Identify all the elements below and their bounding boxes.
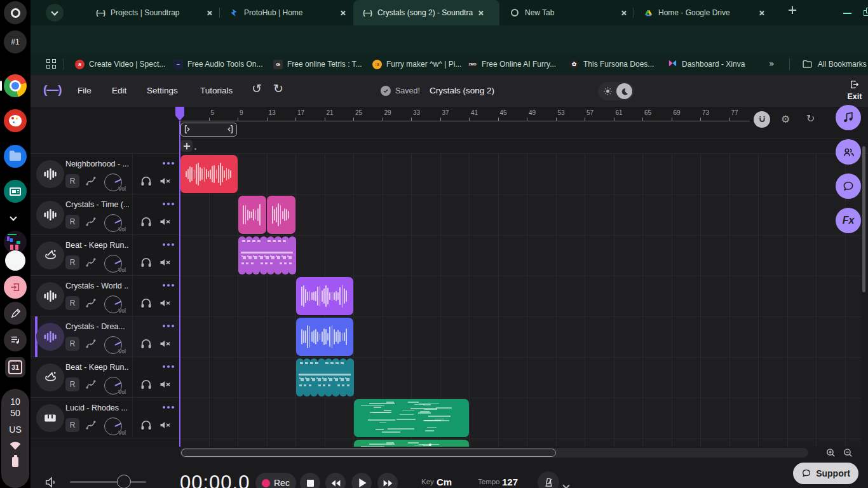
bookmark-item-4[interactable]: ZMO Free Online AI Furry... xyxy=(468,57,556,71)
clip-piano-track6[interactable] xyxy=(354,399,469,437)
solo-headphones-button[interactable] xyxy=(140,297,153,312)
record-arm-button[interactable]: R xyxy=(65,255,79,269)
automation-icon[interactable] xyxy=(85,419,97,434)
track-row-0[interactable]: Neighborhood - ... R Vol xyxy=(31,154,180,194)
track-type-drums-icon[interactable] xyxy=(36,241,64,269)
status-tray[interactable]: 10 50 US xyxy=(1,389,29,488)
calendar-app-icon[interactable]: 31 xyxy=(5,357,25,377)
record-arm-button[interactable]: R xyxy=(65,337,79,351)
track-type-drums-icon[interactable] xyxy=(36,363,64,391)
track-name[interactable]: Lucid - Rhodes ... xyxy=(65,403,129,412)
browser-tab-1[interactable]: ProtoHub | Home xyxy=(220,0,352,25)
mute-button[interactable] xyxy=(159,337,172,353)
automation-icon[interactable] xyxy=(85,378,97,393)
theme-toggle[interactable] xyxy=(598,82,634,100)
key-value[interactable]: Cm xyxy=(437,477,452,487)
horizontal-scrollbar-thumb[interactable] xyxy=(181,449,556,457)
tab-close-icon[interactable] xyxy=(340,10,346,16)
clip-drum-track2[interactable] xyxy=(238,236,295,274)
track-row-5[interactable]: Beat - Keep Run... R Vol xyxy=(31,357,180,398)
track-type-audio-icon[interactable] xyxy=(36,323,64,351)
track-name[interactable]: Beat - Keep Run... xyxy=(65,363,129,372)
track-name[interactable]: Crystals - Time (... xyxy=(65,200,129,209)
news-card-app-icon[interactable] xyxy=(4,180,27,203)
clip-drum-track5[interactable] xyxy=(296,358,353,396)
automation-icon[interactable] xyxy=(85,256,97,271)
effects-panel-button[interactable]: Fx xyxy=(836,208,861,233)
restore-button[interactable] xyxy=(863,8,868,18)
volume-slider-thumb[interactable] xyxy=(117,475,131,488)
clip-piano-track7[interactable] xyxy=(354,440,469,447)
record-button[interactable]: Rec xyxy=(255,473,296,488)
clip-wave-track1[interactable] xyxy=(267,196,295,234)
playhead-marker[interactable] xyxy=(175,107,184,121)
bookmark-item-6[interactable]: Dashboard - Xinva xyxy=(668,57,745,71)
login-app-icon[interactable] xyxy=(4,276,27,299)
tab-close-icon[interactable] xyxy=(207,10,212,16)
snap-magnet-button[interactable] xyxy=(754,111,770,128)
automation-icon[interactable] xyxy=(85,297,97,312)
minimize-button[interactable] xyxy=(843,8,853,18)
rewind-button[interactable] xyxy=(325,473,346,488)
instruments-panel-button[interactable] xyxy=(836,105,861,130)
files-app-icon[interactable] xyxy=(4,145,27,168)
track-name[interactable]: Crystals - World ... xyxy=(65,281,129,290)
launcher-button[interactable] xyxy=(4,1,27,24)
bookmark-item-1[interactable]: ~ Free Audio Tools On... xyxy=(173,57,263,71)
add-track-button[interactable] xyxy=(180,140,193,152)
clip-wave-track0[interactable] xyxy=(180,155,238,193)
track-type-piano-icon[interactable] xyxy=(36,404,64,432)
fast-forward-button[interactable] xyxy=(377,473,398,488)
avatar-circle[interactable] xyxy=(5,250,25,271)
track-type-audio-icon[interactable] xyxy=(36,160,64,188)
track-menu-kebab[interactable] xyxy=(163,202,174,206)
track-type-audio-icon[interactable] xyxy=(36,282,64,310)
bookmark-item-2[interactable]: G Free online Tetris : T... xyxy=(273,57,362,71)
bookmark-item-3[interactable]: :3 Furry maker ^w^ | Pi... xyxy=(372,57,461,71)
timeline-settings-gear[interactable]: ⚙ xyxy=(781,113,790,125)
tab-close-icon[interactable] xyxy=(478,10,484,16)
track-menu-kebab[interactable] xyxy=(163,243,174,247)
clip-wave-track4[interactable] xyxy=(296,318,353,356)
record-arm-button[interactable]: R xyxy=(65,296,79,310)
track-menu-kebab[interactable] xyxy=(163,283,174,287)
clip-wave-track3[interactable] xyxy=(296,277,353,315)
solo-headphones-button[interactable] xyxy=(140,175,153,190)
track-row-1[interactable]: Crystals - Time (... R Vol xyxy=(31,194,180,235)
track-name[interactable]: Beat - Keep Run... xyxy=(65,241,129,250)
track-menu-kebab[interactable] xyxy=(163,324,174,328)
track-row-2[interactable]: Beat - Keep Run... R Vol xyxy=(31,235,180,276)
loop-start-bracket-icon[interactable] xyxy=(184,125,193,133)
loop-toggle[interactable]: ↺ xyxy=(806,112,815,125)
browser-tab-0[interactable]: (—) Projects | Soundtrap xyxy=(86,0,219,25)
zoom-out-button[interactable] xyxy=(843,447,853,458)
record-arm-button[interactable]: R xyxy=(65,215,79,229)
mute-button[interactable] xyxy=(159,378,172,393)
solo-headphones-button[interactable] xyxy=(140,215,153,231)
shelf-expand-chevron[interactable] xyxy=(11,211,16,222)
solo-headphones-button[interactable] xyxy=(140,337,153,353)
track-menu-kebab[interactable] xyxy=(163,161,174,165)
redo-button[interactable]: ↻ xyxy=(273,81,283,95)
record-arm-button[interactable]: R xyxy=(65,174,79,188)
tempo-value[interactable]: 127 xyxy=(502,477,518,487)
mute-button[interactable] xyxy=(159,175,172,190)
playlist-app-icon[interactable] xyxy=(4,329,27,351)
tab-close-icon[interactable] xyxy=(621,10,627,16)
stylus-tools-icon[interactable] xyxy=(4,302,27,325)
new-tab-button[interactable] xyxy=(789,6,796,14)
project-title[interactable]: Crystals (song 2) xyxy=(430,86,494,95)
chat-panel-button[interactable] xyxy=(836,173,861,199)
track-menu-kebab[interactable] xyxy=(163,365,174,369)
zoom-in-button[interactable] xyxy=(825,447,836,458)
menu-tutorials[interactable]: Tutorials xyxy=(200,86,233,95)
timeline-grid[interactable] xyxy=(180,154,862,447)
menu-file[interactable]: File xyxy=(78,86,92,95)
metronome-button[interactable] xyxy=(538,471,559,488)
master-volume-icon[interactable] xyxy=(44,475,58,488)
exit-button[interactable]: Exit xyxy=(839,79,868,101)
track-type-audio-icon[interactable] xyxy=(36,201,64,229)
mute-button[interactable] xyxy=(159,215,172,231)
transport-more-chevron[interactable] xyxy=(564,479,569,488)
support-button[interactable]: Support xyxy=(793,463,858,484)
